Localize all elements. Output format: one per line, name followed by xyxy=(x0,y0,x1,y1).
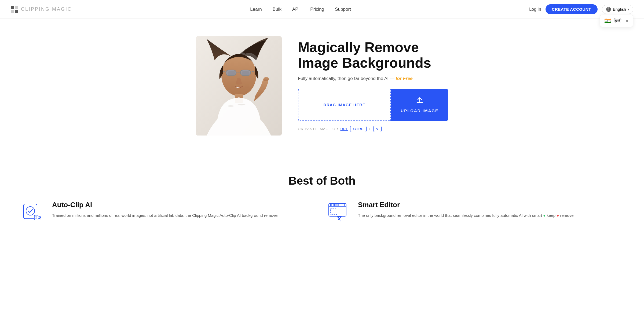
upload-image-button[interactable]: UPLOAD IMAGE xyxy=(391,89,448,121)
svg-point-30 xyxy=(330,204,332,206)
feature-smart-editor: Smart Editor The only background removal… xyxy=(327,201,623,226)
best-of-both-title: Best of Both xyxy=(21,174,623,187)
language-label: English xyxy=(613,7,626,12)
smart-editor-icon xyxy=(327,201,352,225)
globe-icon xyxy=(606,7,611,12)
upload-label: UPLOAD IMAGE xyxy=(401,108,438,113)
logo-sq-tr xyxy=(15,6,19,9)
svg-point-32 xyxy=(336,204,337,206)
nav-support[interactable]: Support xyxy=(335,7,351,12)
smart-editor-text: Smart Editor The only background removal… xyxy=(358,201,574,219)
feature-auto-clip: Auto-Clip AI Trained on millions and mil… xyxy=(21,201,317,226)
logo[interactable]: CLIPPING MAGIC xyxy=(11,6,72,13)
hero-photo xyxy=(196,36,282,136)
hero-title: Magically Remove Image Backgrounds xyxy=(298,40,448,70)
drag-drop-zone[interactable]: DRAG IMAGE HERE xyxy=(298,89,391,121)
hero-subtitle: Fully automatically, then go far beyond … xyxy=(298,76,448,81)
chevron-down-icon: ▾ xyxy=(628,8,629,11)
svg-point-17 xyxy=(264,77,269,81)
nav-learn[interactable]: Learn xyxy=(250,7,262,12)
create-account-button[interactable]: CREATE ACCOUNT xyxy=(546,4,598,14)
svg-rect-33 xyxy=(339,204,345,206)
logo-sq-tl xyxy=(11,6,14,9)
logo-squares xyxy=(11,6,18,13)
smart-editor-title: Smart Editor xyxy=(358,201,574,209)
svg-point-31 xyxy=(333,204,335,206)
svg-rect-34 xyxy=(331,208,337,215)
features-grid: Auto-Clip AI Trained on millions and mil… xyxy=(21,201,623,226)
auto-clip-icon-box xyxy=(21,201,46,226)
login-button[interactable]: Log In xyxy=(529,7,541,12)
header-right: Log In CREATE ACCOUNT English ▾ xyxy=(529,4,633,14)
close-language-dropdown[interactable]: ✕ xyxy=(625,19,629,24)
v-key: V xyxy=(373,126,382,132)
nav-pricing[interactable]: Pricing xyxy=(310,7,324,12)
language-selector[interactable]: English ▾ xyxy=(602,5,633,14)
hero-woman-illustration xyxy=(196,36,282,136)
smart-editor-icon-box xyxy=(327,201,352,226)
auto-clip-text: Auto-Clip AI Trained on millions and mil… xyxy=(52,201,279,219)
svg-rect-14 xyxy=(226,70,236,75)
hindi-label[interactable]: हिन्दी xyxy=(614,19,621,23)
svg-point-22 xyxy=(35,216,37,218)
main-nav: Learn Bulk API Pricing Support xyxy=(250,7,351,12)
india-flag: 🇮🇳 xyxy=(604,18,611,24)
svg-point-26 xyxy=(40,216,41,218)
auto-clip-icon xyxy=(21,201,46,225)
header: CLIPPING MAGIC Learn Bulk API Pricing Su… xyxy=(0,0,644,19)
smart-editor-desc: The only background removal editor in th… xyxy=(358,212,574,219)
logo-sq-bl xyxy=(11,10,14,13)
svg-point-27 xyxy=(40,218,41,219)
ctrl-key: CTRL xyxy=(350,126,367,132)
upload-area: DRAG IMAGE HERE UPLOAD IMAGE xyxy=(298,89,448,121)
paste-area: OR PASTE IMAGE OR URL CTRL + V xyxy=(298,126,448,132)
svg-point-23 xyxy=(35,218,37,219)
for-free-label: for Free xyxy=(396,76,412,81)
nav-bulk[interactable]: Bulk xyxy=(273,7,281,12)
hero-content: Magically Remove Image Backgrounds Fully… xyxy=(298,40,448,132)
logo-wordmark: CLIPPING MAGIC xyxy=(21,6,72,12)
paste-url-link[interactable]: URL xyxy=(340,127,348,131)
upload-arrow-icon xyxy=(416,97,423,106)
hero-section: Magically Remove Image Backgrounds Fully… xyxy=(0,19,644,158)
language-dropdown: 🇮🇳 हिन्दी ✕ xyxy=(600,15,633,27)
hero-image-container xyxy=(196,36,282,136)
nav-api[interactable]: API xyxy=(292,7,299,12)
drag-label: DRAG IMAGE HERE xyxy=(324,103,365,107)
svg-rect-15 xyxy=(241,70,250,75)
auto-clip-title: Auto-Clip AI xyxy=(52,201,279,209)
logo-sq-br xyxy=(15,10,19,13)
auto-clip-desc: Trained on millions and millions of real… xyxy=(52,212,279,219)
best-section: Best of Both xyxy=(0,158,644,237)
svg-point-20 xyxy=(26,207,35,215)
